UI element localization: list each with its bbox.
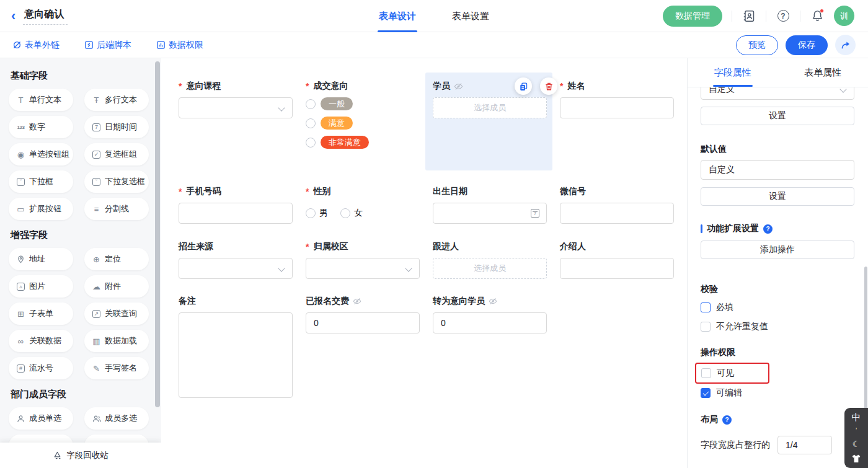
sidebar-item-attachment[interactable]: ☁附件 <box>84 275 149 298</box>
editable-checkbox[interactable] <box>701 388 711 398</box>
visible-checkbox-row[interactable]: 可见 <box>701 368 741 379</box>
radio-icon[interactable] <box>306 138 316 148</box>
avatar[interactable]: 训 <box>834 6 854 26</box>
sidebar-scrollbar[interactable] <box>155 61 160 407</box>
clipped-select[interactable]: 自定义 <box>701 87 854 100</box>
editable-checkbox-row[interactable]: 可编辑 <box>701 387 854 399</box>
gender-option-male[interactable]: 男 <box>306 208 328 219</box>
field-deal-intent[interactable]: 成交意向 一般 满意 非常满意 <box>306 80 433 178</box>
deal-intent-option[interactable]: 一般 <box>306 97 433 110</box>
follower-member-select[interactable]: 选择成员 <box>433 258 547 279</box>
add-action-button[interactable]: 添加操作 <box>701 241 854 259</box>
ime-lang-indicator[interactable]: 中 <box>852 412 861 422</box>
sidebar-item-data-load[interactable]: ▥数据加载 <box>84 330 149 352</box>
radio-icon[interactable] <box>306 208 316 218</box>
notification-bell-icon[interactable] <box>810 9 825 24</box>
help-icon[interactable]: ? <box>763 224 773 234</box>
settings-button-1[interactable]: 设置 <box>701 107 854 125</box>
referrer-input[interactable] <box>560 258 674 279</box>
sidebar-item-checkbox-group[interactable]: ✓复选框组 <box>84 143 149 166</box>
ime-punctuation-indicator[interactable]: ʼ <box>856 428 857 434</box>
source-select[interactable] <box>179 258 293 279</box>
field-intent-course[interactable]: 意向课程 <box>179 80 306 178</box>
sidebar-item-locate-target[interactable]: ⊕定位 <box>84 248 149 270</box>
field-source[interactable]: 招生来源 <box>179 241 306 288</box>
tab-form-settings[interactable]: 表单设置 <box>452 0 489 32</box>
sidebar-item-dropdown-multi[interactable]: ˇ下拉复选框 <box>84 170 149 193</box>
paid-fee-input[interactable]: 0 <box>306 312 420 333</box>
back-icon[interactable]: ‹ <box>11 9 16 23</box>
help-icon[interactable]: ? <box>776 9 790 24</box>
birth-date-input[interactable]: 7 <box>433 203 547 224</box>
field-birth-date[interactable]: 出生日期 7 <box>433 185 560 233</box>
campus-select[interactable] <box>306 258 420 279</box>
share-button[interactable] <box>835 35 856 55</box>
no-duplicate-checkbox[interactable] <box>701 322 711 332</box>
deal-intent-option[interactable]: 满意 <box>306 117 433 130</box>
form-external-link[interactable]: 表单外链 <box>12 40 60 51</box>
sidebar-item-extend-button[interactable]: ▭扩展按钮 <box>9 198 73 220</box>
field-width-select[interactable]: 1/4 <box>777 436 832 454</box>
sidebar-item-multi-line-text[interactable]: Ŧ多行文本 <box>84 89 149 111</box>
preview-button[interactable]: 预览 <box>736 35 778 55</box>
sidebar-item-dropdown[interactable]: ˇ下拉框 <box>9 170 73 193</box>
copy-field-button[interactable] <box>515 77 532 95</box>
required-checkbox-row[interactable]: 必填 <box>701 302 854 313</box>
sidebar-item-radio-group[interactable]: ◉单选按钮组 <box>9 143 73 166</box>
radio-icon[interactable] <box>306 118 316 128</box>
sidebar-item-sub-form[interactable]: ⊞子表单 <box>9 302 73 325</box>
sidebar-item-signature[interactable]: ✎手写签名 <box>84 357 149 379</box>
tab-form-design[interactable]: 表单设计 <box>379 0 416 32</box>
radio-icon[interactable] <box>340 208 350 218</box>
converted-input[interactable]: 0 <box>433 312 547 333</box>
required-checkbox[interactable] <box>701 302 711 312</box>
sidebar-item-member-multi[interactable]: 成员多选 <box>84 407 149 430</box>
gender-option-female[interactable]: 女 <box>340 208 363 219</box>
sidebar-item-divider-line[interactable]: ≡分割线 <box>84 198 149 220</box>
data-permission-link[interactable]: 数据权限 <box>156 40 203 51</box>
sidebar-item-address-pin[interactable]: 地址 <box>9 248 73 270</box>
deal-intent-option[interactable]: 非常满意 <box>306 136 433 149</box>
field-campus[interactable]: 归属校区 <box>306 241 433 288</box>
no-duplicate-checkbox-row[interactable]: 不允许重复值 <box>701 321 854 332</box>
sidebar-item-relation-data[interactable]: ∞关联数据 <box>9 330 73 352</box>
data-manage-button[interactable]: 数据管理 <box>663 6 722 27</box>
moon-icon[interactable]: ☾ <box>852 439 861 448</box>
field-referrer[interactable]: 介绍人 <box>560 241 687 288</box>
sidebar-item-member-single[interactable]: 成员单选 <box>9 407 73 430</box>
name-input[interactable] <box>560 97 674 118</box>
remark-textarea[interactable] <box>179 312 293 398</box>
field-name[interactable]: 姓名 <box>560 80 687 178</box>
save-button[interactable]: 保存 <box>786 35 828 55</box>
default-value-select[interactable]: 自定义 <box>701 160 854 180</box>
field-recycle-bin[interactable]: 字段回收站 <box>0 443 161 468</box>
field-wechat[interactable]: 微信号 <box>560 185 687 233</box>
field-student-selected[interactable]: 学员 选择成员 <box>433 80 560 178</box>
field-paid-fee[interactable]: 已报名交费 0 <box>306 295 433 398</box>
intent-course-select[interactable] <box>179 97 293 118</box>
field-phone[interactable]: 手机号码 <box>179 185 306 233</box>
settings-button-2[interactable]: 设置 <box>701 187 854 206</box>
address-book-icon[interactable] <box>742 9 756 24</box>
wechat-input[interactable] <box>560 203 674 224</box>
tab-form-properties[interactable]: 表单属性 <box>778 58 868 87</box>
sidebar-item-serial-number[interactable]: #流水号 <box>9 357 73 379</box>
field-follower[interactable]: 跟进人 选择成员 <box>433 241 560 288</box>
ime-toolbar[interactable]: 中 ʼ ☾ <box>844 408 868 468</box>
backend-script-link[interactable]: 后端脚本 <box>84 40 131 51</box>
delete-field-button[interactable] <box>540 77 557 95</box>
field-remark[interactable]: 备注 <box>179 295 306 398</box>
visible-checkbox[interactable] <box>701 368 711 378</box>
tab-field-properties[interactable]: 字段属性 <box>688 58 778 87</box>
sidebar-item-single-line-text[interactable]: T单行文本 <box>9 89 73 111</box>
sidebar-item-image[interactable]: ▵图片 <box>9 275 73 298</box>
sidebar-item-number[interactable]: 123数字 <box>9 116 73 138</box>
help-icon[interactable]: ? <box>722 415 732 425</box>
phone-input[interactable] <box>179 203 293 224</box>
student-member-select[interactable]: 选择成员 <box>433 97 547 118</box>
field-converted[interactable]: 转为意向学员 0 <box>433 295 560 398</box>
radio-icon[interactable] <box>306 99 316 109</box>
skin-shirt-icon[interactable] <box>851 454 861 463</box>
sidebar-item-datetime[interactable]: 7日期时间 <box>84 116 149 138</box>
field-gender[interactable]: 性别 男 女 <box>306 185 433 233</box>
